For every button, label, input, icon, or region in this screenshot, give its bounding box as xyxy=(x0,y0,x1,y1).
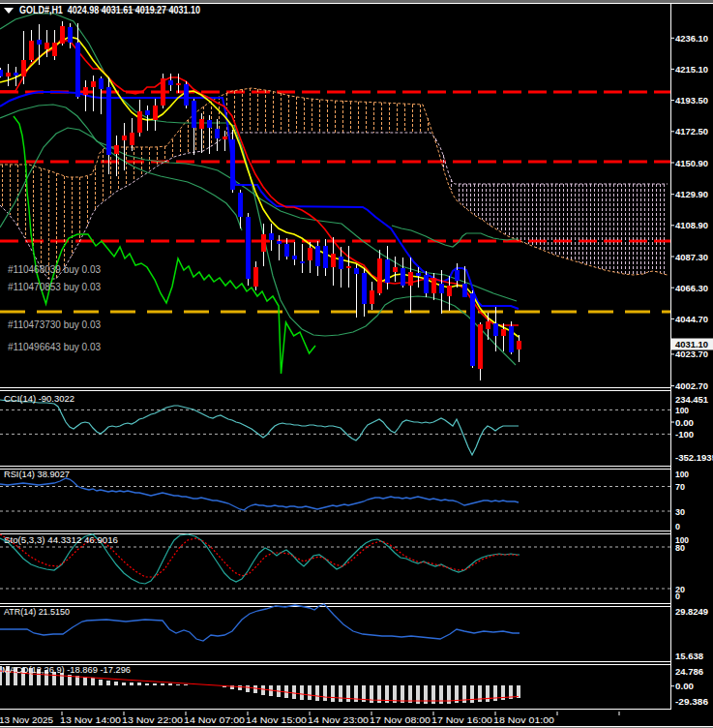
svg-text:4066.30: 4066.30 xyxy=(675,283,708,293)
svg-text:#110496643 buy 0.03: #110496643 buy 0.03 xyxy=(8,342,101,352)
svg-text:4023.70: 4023.70 xyxy=(675,349,708,359)
svg-text:#110473730 buy 0.03: #110473730 buy 0.03 xyxy=(8,319,101,330)
svg-text:4044.70: 4044.70 xyxy=(675,314,708,324)
svg-text:4172.50: 4172.50 xyxy=(675,126,708,136)
svg-text:0: 0 xyxy=(675,591,680,601)
svg-text:13 Nov 14:00: 13 Nov 14:00 xyxy=(60,714,121,725)
svg-text:#110470853 buy 0.03: #110470853 buy 0.03 xyxy=(8,282,101,292)
svg-text:4108.90: 4108.90 xyxy=(675,220,708,230)
svg-text:17 Nov 08:00: 17 Nov 08:00 xyxy=(370,714,431,725)
svg-text:100: 100 xyxy=(675,405,689,415)
svg-text:70: 70 xyxy=(675,481,685,492)
svg-text:14 Nov 15:00: 14 Nov 15:00 xyxy=(246,714,307,725)
svg-text:0.00: 0.00 xyxy=(675,681,694,691)
svg-text:15.638: 15.638 xyxy=(675,651,703,661)
svg-text:Sto(5,3,3) 44.3312 46.9016: Sto(5,3,3) 44.3312 46.9016 xyxy=(4,534,118,545)
svg-text:4002.70: 4002.70 xyxy=(675,380,708,391)
svg-text:13 Nov 2025: 13 Nov 2025 xyxy=(0,714,53,725)
svg-text:17 Nov 16:00: 17 Nov 16:00 xyxy=(431,714,492,725)
svg-text:4031.10: 4031.10 xyxy=(675,339,708,349)
svg-text:13 Nov 22:00: 13 Nov 22:00 xyxy=(122,714,183,725)
svg-text:100: 100 xyxy=(675,469,689,479)
svg-text:234.451: 234.451 xyxy=(675,394,709,405)
svg-text:14 Nov 07:00: 14 Nov 07:00 xyxy=(184,714,245,725)
svg-text:80: 80 xyxy=(675,542,685,553)
svg-text:-100: -100 xyxy=(675,429,694,440)
svg-text:CCI(14) -90.3022: CCI(14) -90.3022 xyxy=(4,393,74,404)
svg-text:14 Nov 23:00: 14 Nov 23:00 xyxy=(308,714,369,725)
svg-text:4087.30: 4087.30 xyxy=(675,252,708,262)
svg-text:18 Nov 01:00: 18 Nov 01:00 xyxy=(493,714,554,725)
svg-text:RSI(14) 38.9027: RSI(14) 38.9027 xyxy=(4,469,70,479)
svg-text:#110468039 buy 0.03: #110468039 buy 0.03 xyxy=(8,264,101,275)
svg-text:24.786: 24.786 xyxy=(675,666,703,677)
svg-text:4129.90: 4129.90 xyxy=(675,189,708,199)
svg-text:0.00: 0.00 xyxy=(675,417,694,428)
svg-text:30: 30 xyxy=(675,506,685,517)
svg-text:0: 0 xyxy=(675,521,680,531)
svg-text:4236.10: 4236.10 xyxy=(675,33,708,44)
svg-text:GOLD#,H1 4024.98 4031.61 4019: GOLD#,H1 4024.98 4031.61 4019.27 4031.10 xyxy=(19,4,200,15)
svg-text:29.8249: 29.8249 xyxy=(675,606,708,617)
svg-text:4215.10: 4215.10 xyxy=(675,64,708,75)
svg-text:4193.50: 4193.50 xyxy=(675,95,708,106)
svg-text:4150.90: 4150.90 xyxy=(675,158,708,168)
svg-text:-29.386: -29.386 xyxy=(675,696,708,707)
svg-text:MACD(12,26,9) -18.869 -17.296: MACD(12,26,9) -18.869 -17.296 xyxy=(2,664,131,675)
svg-text:-352.1935: -352.1935 xyxy=(675,452,713,463)
svg-text:ATR(14) 21.5150: ATR(14) 21.5150 xyxy=(4,606,70,617)
